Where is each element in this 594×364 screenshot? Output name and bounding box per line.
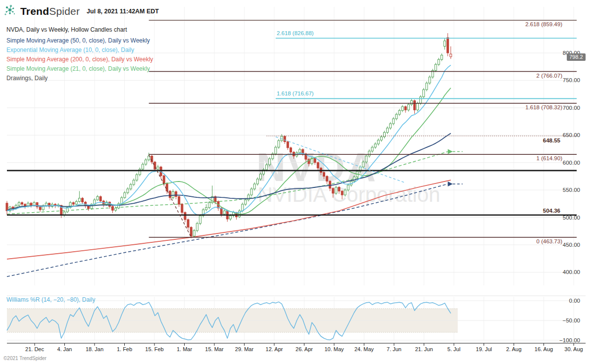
candle — [284, 136, 286, 142]
sma21-weekly-line — [7, 152, 448, 214]
candle — [172, 191, 174, 197]
candle — [187, 220, 189, 228]
candle — [124, 193, 126, 198]
time-tick-label: 1. Mar — [177, 346, 193, 352]
candle — [175, 191, 177, 196]
candle — [248, 195, 249, 200]
candle — [290, 148, 292, 152]
candle — [72, 203, 74, 204]
legend-item[interactable]: Drawings, Daily — [6, 74, 153, 83]
ema10-line — [7, 65, 451, 215]
candle — [127, 189, 129, 193]
candle — [435, 64, 437, 70]
candle — [444, 41, 446, 46]
candle — [229, 216, 231, 219]
time-tick-label: 16. Aug — [535, 346, 553, 352]
fib-level-label: 2.618 (859.49) — [525, 21, 562, 27]
williams-tick-label: −50.00 — [563, 318, 581, 323]
brand-trend: Trend — [20, 5, 49, 17]
trendline — [276, 137, 405, 183]
candle — [184, 213, 186, 220]
sma50-weekly-line-arrow-icon — [448, 182, 453, 186]
candle — [21, 203, 23, 204]
legend-item[interactable]: Exponential Moving Average (10, 0, close… — [6, 46, 153, 55]
candle — [115, 208, 117, 210]
fib-extension-label: 1.618 (716.67) — [277, 91, 314, 96]
candle — [329, 181, 331, 188]
candle — [245, 200, 247, 204]
candle — [393, 119, 395, 124]
candle — [441, 55, 443, 59]
candle — [256, 179, 258, 184]
candle — [398, 110, 400, 114]
candle — [269, 159, 271, 165]
time-tick-label: 19. Jul — [476, 346, 492, 352]
candle — [323, 173, 325, 177]
candle — [145, 160, 147, 164]
price-tick-label: 700.00 — [563, 105, 580, 111]
candle — [196, 224, 198, 230]
candle — [142, 164, 144, 169]
candle — [250, 189, 252, 195]
candle — [130, 184, 132, 189]
time-tick-label: 24. May — [354, 346, 374, 352]
candle — [112, 206, 114, 210]
chart-timestamp: Jul 8, 2021 11:42AM EDT — [87, 8, 159, 15]
legend-item[interactable]: Simple Moving Average (21, 0, close), Da… — [6, 64, 153, 74]
candle — [259, 174, 261, 179]
legend-item[interactable]: Simple Moving Average (50, 0, close), Da… — [6, 36, 153, 46]
time-tick-label: 2. Aug — [506, 346, 521, 352]
candle — [353, 177, 355, 182]
time-tick-label: 4. Jan — [57, 346, 72, 352]
candle — [347, 185, 349, 190]
time-tick-label: 15. Mar — [205, 346, 224, 352]
candle — [365, 156, 367, 162]
candle — [287, 142, 289, 148]
candle — [338, 187, 340, 191]
price-tick-label: 650.00 — [563, 132, 580, 138]
candle — [407, 104, 409, 110]
candle — [438, 59, 440, 64]
candle — [157, 167, 159, 169]
legend-item[interactable]: Simple Moving Average (200, 0, close), D… — [6, 55, 153, 64]
sma200-line — [7, 180, 451, 259]
trendspider-chart-app: TrendSpider Jul 8, 2021 11:42AM EDT NVDA… — [0, 0, 594, 364]
candle — [414, 100, 416, 110]
fib-level-label: 1.618 (708.32) — [525, 104, 562, 110]
price-level-label: 504.36 — [543, 208, 560, 214]
candle — [429, 77, 431, 83]
candle — [78, 198, 80, 202]
williams-r-label[interactable]: Williams %R (14, −20, −80), Daily — [6, 296, 95, 303]
candle — [136, 175, 138, 180]
candle — [18, 203, 20, 206]
candle — [317, 163, 319, 168]
sma50-line — [7, 134, 451, 211]
candle — [371, 147, 373, 151]
fib-extension-label: 2.618 (826.88) — [277, 30, 314, 36]
time-tick-label: 1. Feb — [117, 346, 132, 352]
candle — [377, 140, 379, 144]
chart-title: NVDA, Daily vs Weekly, Hollow Candles ch… — [6, 26, 153, 33]
last-price-badge: 798.2 — [567, 53, 586, 61]
fib-level-label: 1 (614.90) — [537, 155, 563, 161]
candle — [314, 158, 316, 163]
time-tick-label: 26. Apr — [296, 346, 313, 352]
candle — [223, 211, 225, 214]
candle — [75, 201, 77, 204]
williams-tick-label: 0.00 — [569, 298, 580, 304]
time-tick-label: 12. Apr — [266, 346, 283, 352]
candle — [426, 83, 428, 90]
trendspider-logo-icon — [4, 4, 17, 17]
fib-level-label: 0 (463.73) — [537, 238, 563, 244]
copyright-note: ©2021 TrendSpider — [3, 356, 47, 361]
brand-spider: Spider — [49, 5, 80, 17]
candle — [199, 216, 201, 224]
price-tick-label: 550.00 — [563, 187, 580, 193]
candle — [82, 198, 84, 202]
candle — [242, 204, 244, 211]
time-tick-label: 21. Dec — [25, 346, 44, 352]
trendspider-logo[interactable] — [4, 4, 17, 19]
candle — [341, 191, 343, 195]
time-tick-label: 21. Jun — [415, 346, 433, 352]
price-tick-label: 600.00 — [563, 160, 580, 166]
